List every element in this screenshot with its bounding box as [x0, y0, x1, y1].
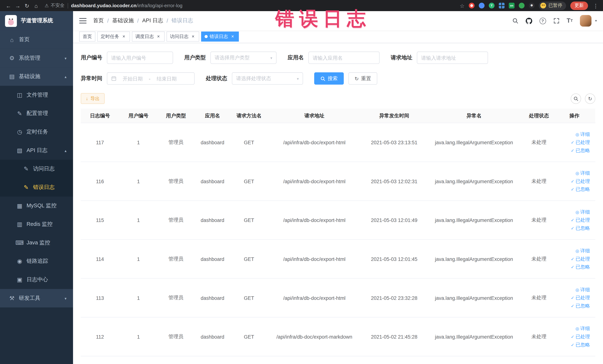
processed-link[interactable]: ✓已处理 [571, 139, 590, 146]
browser-reload-icon[interactable]: ↻ [22, 2, 32, 9]
sidebar-item-redis-monitor[interactable]: ▥ Redis 监控 [0, 215, 73, 234]
ignored-link[interactable]: ✓已忽略 [571, 225, 590, 231]
check-icon: ✓ [571, 226, 574, 231]
sidebar-item-label: 错误日志 [33, 184, 55, 191]
sidebar-item-infrastructure[interactable]: ▤ 基础设施 ▴ [0, 67, 73, 86]
detail-link[interactable]: ◎详细 [575, 131, 590, 138]
start-date-input[interactable] [119, 76, 146, 82]
close-icon[interactable]: × [121, 34, 127, 39]
sidebar-item-api-logs[interactable]: ▧ API 日志 ▴ [0, 141, 73, 160]
tab-error-log[interactable]: 错误日志 × [201, 32, 239, 42]
github-icon[interactable] [525, 17, 532, 24]
end-date-input[interactable] [153, 76, 180, 82]
search-button[interactable]: 搜索 [314, 72, 344, 84]
sidebar-item-java-monitor[interactable]: ⌨ Java 监控 [0, 234, 73, 252]
close-icon[interactable]: × [190, 34, 196, 39]
cell-app-name: dashboard [194, 178, 231, 184]
sidebar-item-config-management[interactable]: ✎ 配置管理 [0, 104, 73, 123]
ignored-link[interactable]: ✓已忽略 [571, 264, 590, 270]
chevron-up-icon: ▴ [65, 148, 66, 153]
address-bar[interactable]: ⚠ 不安全 dashboard.yudao.iocoder.cn/infra/l… [41, 2, 460, 9]
user-avatar[interactable] [580, 15, 591, 26]
request-url-input[interactable] [421, 55, 484, 61]
processed-link[interactable]: ✓已处理 [571, 294, 590, 301]
detail-link[interactable]: ◎详细 [575, 286, 590, 293]
app-name-input[interactable] [313, 55, 375, 61]
extension-icon-on-badge[interactable]: on [509, 3, 515, 9]
processed-link[interactable]: ✓已处理 [571, 256, 590, 262]
sidebar-item-home[interactable]: ⌂ 首页 [0, 30, 73, 49]
table-row: 117 1 管理员 dashboard GET /api/infra/db-do… [81, 123, 595, 162]
extension-icon-dark-paw[interactable]: ✽ [529, 3, 534, 9]
user-type-placeholder: 请选择用户类型 [215, 54, 250, 61]
help-icon[interactable]: ? [539, 17, 546, 24]
process-status-select[interactable]: 请选择处理状态 ▾ [232, 72, 303, 84]
sidebar-item-tracing[interactable]: ◉ 链路追踪 [0, 252, 73, 270]
ignored-link[interactable]: ✓已忽略 [571, 147, 590, 154]
user-type-select[interactable]: 请选择用户类型 ▾ [210, 52, 277, 64]
browser-menu-icon[interactable]: ⋮ [592, 2, 599, 9]
ignored-link[interactable]: ✓已忽略 [571, 341, 590, 348]
avatar-caret-icon[interactable]: ▾ [595, 19, 597, 23]
browser-forward-icon[interactable]: → [13, 2, 23, 9]
tab-schedule-log[interactable]: 调度日志 × [132, 32, 165, 42]
processed-link[interactable]: ✓已处理 [571, 178, 590, 185]
check-icon: ✓ [571, 140, 574, 145]
processed-link[interactable]: ✓已处理 [571, 217, 590, 223]
sidebar-item-access-log[interactable]: ✎ 访问日志 [0, 160, 73, 178]
chevron-up-icon: ▴ [65, 75, 66, 79]
sidebar-item-label: Redis 监控 [26, 221, 52, 228]
browser-update-button[interactable]: 更新 [570, 1, 588, 10]
app: 芋道管理系统 ⌂ 首页 ⚙ 系统管理 ▾ ▤ 基础设施 ▴ ◫ 文件管理 ✎ [0, 11, 603, 364]
sidebar-item-error-log[interactable]: ✎ 错误日志 [0, 178, 73, 197]
detail-link[interactable]: ◎详细 [575, 209, 590, 215]
extension-icon-blue-grid[interactable] [499, 3, 505, 9]
reset-button[interactable]: ↻ 重置 [348, 72, 377, 84]
tab-scheduled-jobs[interactable]: 定时任务 × [97, 32, 130, 42]
sidebar-item-file-management[interactable]: ◫ 文件管理 [0, 86, 73, 104]
logo-image [5, 15, 17, 27]
close-icon[interactable]: × [230, 34, 235, 39]
extension-icon-green-y[interactable]: Y [489, 3, 495, 9]
tab-home[interactable]: 首页 [79, 32, 95, 42]
sidebar-item-label: MySQL 监控 [26, 202, 57, 209]
extension-icon-red-circle[interactable] [469, 3, 475, 9]
sidebar-item-mysql-monitor[interactable]: ▦ MySQL 监控 [0, 197, 73, 215]
sidebar-item-dev-tools[interactable]: ⚒ 研发工具 ▾ [0, 289, 73, 307]
sidebar-item-scheduled-jobs[interactable]: ◷ 定时任务 [0, 123, 73, 141]
export-button[interactable]: ↓ 导出 [81, 93, 105, 104]
bookmark-star-icon[interactable]: ☆ [460, 2, 464, 9]
date-range-picker[interactable]: - [107, 72, 195, 84]
sidebar-item-log-center[interactable]: ▣ 日志中心 [0, 270, 73, 289]
profile-sync-paused-badge[interactable]: 已暂停 [539, 1, 566, 10]
sidebar-item-system[interactable]: ⚙ 系统管理 ▾ [0, 49, 73, 68]
toggle-search-button[interactable] [571, 93, 581, 104]
browser-home-icon[interactable]: ⌂ [32, 2, 41, 9]
breadcrumb-infrastructure[interactable]: 基础设施 [112, 17, 134, 24]
processed-link[interactable]: ✓已处理 [571, 333, 590, 340]
breadcrumb-home[interactable]: 首页 [93, 17, 104, 24]
extension-icon-blue-drop[interactable] [479, 3, 485, 9]
detail-link[interactable]: ◎详细 [575, 247, 590, 254]
tab-access-log[interactable]: 访问日志 × [166, 32, 199, 42]
extension-icon-green-leaf[interactable] [519, 3, 525, 9]
error-log-icon: ✎ [22, 184, 30, 191]
security-warning[interactable]: ⚠ 不安全 [45, 2, 65, 9]
font-size-icon[interactable]: TT [567, 18, 573, 24]
column-header-actions: 操作 [557, 112, 594, 119]
breadcrumb-api-logs[interactable]: API 日志 [142, 17, 163, 24]
ignored-link[interactable]: ✓已忽略 [571, 186, 590, 192]
sidebar-toggle-icon[interactable] [79, 18, 86, 23]
ignored-link[interactable]: ✓已忽略 [571, 303, 590, 309]
browser-back-icon[interactable]: ← [4, 2, 13, 9]
refresh-table-button[interactable]: ↻ [585, 93, 595, 104]
app-logo[interactable]: 芋道管理系统 [0, 11, 73, 30]
app-name-label: 应用名 [288, 54, 304, 61]
detail-link[interactable]: ◎详细 [575, 325, 590, 332]
close-icon[interactable]: × [156, 34, 161, 39]
user-id-input[interactable] [111, 55, 169, 61]
profile-avatar-emoji [540, 3, 546, 9]
search-icon[interactable] [512, 18, 518, 24]
detail-link[interactable]: ◎详细 [575, 170, 590, 176]
fullscreen-icon[interactable] [553, 18, 559, 24]
